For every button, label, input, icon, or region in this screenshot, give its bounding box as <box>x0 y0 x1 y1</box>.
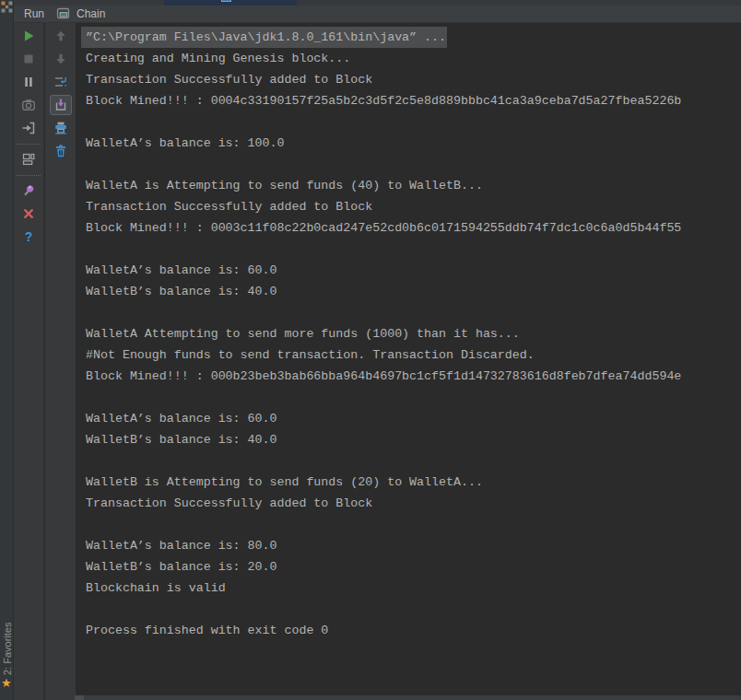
java-class-icon <box>221 0 231 2</box>
restore-layout-icon <box>21 152 36 167</box>
soft-wrap-icon <box>53 75 68 89</box>
run-title: Run <box>24 7 44 20</box>
console-line: WalletB’s balance is: 40.0 <box>75 281 741 302</box>
console-line: WalletA’s balance is: 60.0 <box>75 408 741 429</box>
ide-run-tool-window: 2: Favorites ★ Chain Run Chain <box>0 0 741 700</box>
help-button[interactable]: ? <box>18 227 40 247</box>
console-toolbar <box>45 23 76 700</box>
console-line: Transaction Successfully added to Block <box>75 69 741 90</box>
thread-dump-button[interactable] <box>18 95 40 115</box>
tool-window-bar <box>0 0 14 700</box>
console-line <box>75 387 741 408</box>
console-line: Process finished with exit code 0 <box>75 620 741 641</box>
down-stack-button[interactable] <box>50 49 72 69</box>
console-line <box>75 599 741 620</box>
rerun-icon <box>21 29 36 43</box>
console-line: WalletA’s balance is: 60.0 <box>75 260 741 281</box>
scroll-to-end-icon <box>53 98 68 112</box>
run-content-tab-chain[interactable]: Chain <box>76 7 105 20</box>
run-main-toolbar: ? <box>14 23 44 700</box>
down-stack-icon <box>53 52 68 66</box>
sidebar-item-favorites[interactable]: 2: Favorites <box>2 623 13 675</box>
console-line: Block Mined!!! : 0003c11f08c22b0cad247e5… <box>75 217 741 239</box>
close-button[interactable] <box>18 204 40 224</box>
rerun-button[interactable] <box>18 26 40 46</box>
thread-dump-icon <box>21 98 36 112</box>
run-tool-window-header: Run Chain <box>14 6 741 23</box>
console-line: WalletA’s balance is: 100.0 <box>75 133 741 154</box>
toolbar-separator <box>17 175 41 177</box>
toolbar-separator <box>17 144 41 146</box>
close-icon <box>21 206 36 221</box>
console-line: WalletB’s balance is: 40.0 <box>75 429 741 450</box>
clear-all-button[interactable] <box>50 141 72 161</box>
print-button[interactable] <box>50 118 72 138</box>
console-line: Creating and Mining Genesis block... <box>75 48 741 69</box>
console-line <box>75 514 741 535</box>
console-output[interactable]: ”C:\Program Files\Java\jdk1.8.0_161\bin\… <box>75 23 741 700</box>
pause-output-button[interactable] <box>18 72 40 92</box>
console-line: WalletA is Attempting to send funds (40)… <box>75 175 741 196</box>
up-stack-icon <box>53 29 68 43</box>
console-line: WalletB is Attempting to send funds (20)… <box>75 472 741 493</box>
console-line <box>75 239 741 260</box>
help-icon: ? <box>25 230 33 243</box>
clear-all-icon <box>53 144 68 158</box>
exit-icon <box>21 121 36 135</box>
console-line <box>75 302 741 323</box>
console-window-icon <box>56 6 71 21</box>
soft-wrap-toggle[interactable] <box>50 72 72 92</box>
stop-icon <box>21 52 36 66</box>
pin-tab-icon <box>21 183 36 198</box>
editor-tab-label: Chain <box>235 0 264 3</box>
console-line: WalletA’s balance is: 80.0 <box>75 535 741 556</box>
exit-button[interactable] <box>18 118 40 138</box>
print-icon <box>53 121 68 135</box>
console-line: Block Mined!!! : 000b23beb3bab66bba964b4… <box>75 366 741 387</box>
pause-output-icon <box>21 75 36 89</box>
console-line: Transaction Successfully added to Block <box>75 196 741 217</box>
tool-window-switcher-icon[interactable] <box>1 1 13 13</box>
console-line: WalletA Attempting to send more funds (1… <box>75 323 741 344</box>
scroll-to-end-toggle[interactable] <box>50 95 72 115</box>
console-line: ”C:\Program Files\Java\jdk1.8.0_161\bin\… <box>81 27 447 48</box>
console-line: #Not Enough funds to send transaction. T… <box>75 344 741 366</box>
favorites-star-icon: ★ <box>1 677 12 689</box>
console-line: WalletB’s balance is: 20.0 <box>75 556 741 578</box>
console-line: Transaction Successfully added to Block <box>75 493 741 514</box>
console-line: Block Mined!!! : 0004c33190157f25a5b2c3d… <box>75 90 741 111</box>
scrollbar-thumb[interactable] <box>75 695 84 700</box>
horizontal-scrollbar[interactable] <box>75 695 741 700</box>
restore-layout-button[interactable] <box>18 149 40 169</box>
stop-button[interactable] <box>18 49 40 69</box>
console-line <box>75 450 741 472</box>
console-line <box>75 111 741 133</box>
console-line <box>75 154 741 175</box>
console-line: Blockchain is valid <box>75 578 741 599</box>
up-stack-button[interactable] <box>50 26 72 46</box>
pin-tab-button[interactable] <box>18 181 40 201</box>
